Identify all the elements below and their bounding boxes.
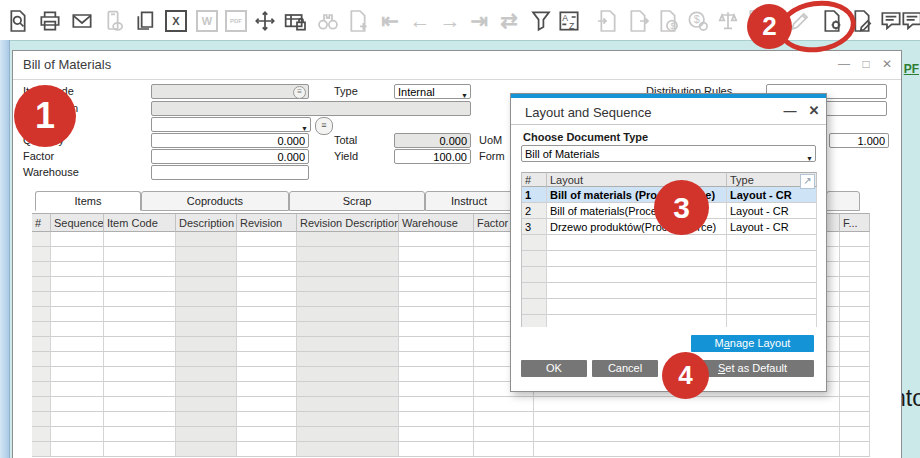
copy-icon[interactable] [132,8,158,34]
set-default-button[interactable]: Set as Default [691,360,814,377]
column-header: Item Code [104,213,176,232]
previous-record-icon[interactable]: ← [407,8,433,34]
item-code-field[interactable]: ≡ [151,84,309,99]
total-field: 0.000 [394,133,471,148]
filter-icon[interactable] [528,8,554,34]
dialog-accent-stripe [511,94,826,98]
tab-instruct[interactable]: Instruct [425,191,513,211]
find-preview-icon[interactable] [5,8,31,34]
payment-icon[interactable] [685,8,711,34]
column-header: Sequence [51,213,104,232]
table-row[interactable] [522,251,818,267]
description-field[interactable] [151,101,471,116]
last-record-icon[interactable]: ⇥ [466,8,492,34]
maximize-icon[interactable]: □ [858,56,874,72]
warehouse-label: Warehouse [23,165,79,180]
column-header: Description [176,213,237,232]
manage-layout-button[interactable]: Manage Layout [691,335,814,352]
sms-chat-icon[interactable] [100,8,126,34]
document-price-icon[interactable] [655,8,681,34]
document-in-icon[interactable] [595,8,621,34]
export-pdf-icon[interactable]: PDF [223,8,249,34]
type-label: Type [334,84,358,99]
uom-field[interactable]: 1.000 [829,133,889,148]
layout-and-sequence-dialog: Layout and Sequence — ✕ Choose Document … [510,93,827,392]
column-header: Revision Description [297,213,399,232]
column-header: # [522,172,547,187]
quantity-field[interactable]: 0.000 [151,133,309,148]
export-word-icon[interactable]: W [194,8,220,34]
tab-coproducts[interactable]: Coproducts [141,191,289,211]
factor-field[interactable]: 0.000 [151,149,309,164]
table-row[interactable] [32,442,870,457]
choose-from-list-icon[interactable]: ≡ [293,86,306,99]
first-record-icon[interactable]: ⇤ [377,8,403,34]
yield-label: Yield [334,149,358,164]
tab-scrap[interactable]: Scrap [289,191,425,211]
table-row[interactable] [32,397,870,412]
table-row[interactable] [522,283,818,299]
yield-field[interactable]: 100.00 [394,149,471,164]
column-header: # [32,213,51,232]
tab-items[interactable]: Items [35,191,141,211]
ok-button[interactable]: OK [521,360,587,377]
minimize-icon[interactable]: — [836,56,852,72]
column-header: Layout [547,172,727,187]
weighing-scale-icon[interactable] [715,8,741,34]
factor-label: Factor [23,149,54,164]
dialog-close-icon[interactable]: ✕ [807,103,821,118]
total-label: Total [334,133,357,148]
chat-partial-icon[interactable] [899,8,920,34]
column-header: F... [840,213,870,232]
refresh-icon[interactable]: ⇄ [496,8,522,34]
desktop-left-strip [0,40,10,458]
add-document-icon[interactable] [345,8,371,34]
revision-dropdown[interactable]: ▼ [151,117,311,132]
dialog-separator [511,124,826,125]
background-link[interactable]: PF [904,62,919,76]
cancel-button[interactable]: Cancel [592,360,658,377]
tab-stub[interactable] [826,191,860,211]
table-row[interactable] [522,315,818,327]
column-header: Warehouse [399,213,474,232]
dialog-minimize-icon[interactable]: — [783,103,797,118]
close-icon[interactable]: ✕ [879,56,895,72]
dialog-title: Layout and Sequence [525,105,652,120]
document-out-icon[interactable] [625,8,651,34]
move-pan-icon[interactable] [252,8,278,34]
column-header: Revision [237,213,297,232]
choose-document-type-label: Choose Document Type [523,131,648,143]
next-record-icon[interactable]: → [437,8,463,34]
title-separator [13,79,901,80]
warehouse-field[interactable] [151,165,309,180]
email-icon[interactable] [69,8,95,34]
table-row[interactable] [522,299,818,315]
step-2-badge: 2 [747,4,792,49]
step-1-badge: 1 [14,85,76,147]
sort-icon[interactable] [556,8,582,34]
step-4-badge: 4 [662,352,709,399]
document-type-dropdown[interactable]: Bill of Materials▼ [521,145,816,162]
type-dropdown[interactable]: Internal▼ [394,84,471,99]
window-title: Bill of Materials [23,57,111,72]
form-label: Form [479,149,505,164]
find-icon[interactable] [315,8,341,34]
table-row[interactable] [32,412,870,427]
chevron-down-icon: ▼ [806,150,813,167]
print-icon[interactable] [37,8,63,34]
table-row[interactable] [522,267,818,283]
lock-table-icon[interactable] [282,8,308,34]
uom-label: UoM [479,133,502,148]
step-3-badge: 3 [654,180,709,235]
export-excel-icon[interactable]: X [163,8,189,34]
table-row[interactable] [32,427,870,442]
expand-table-icon[interactable]: ↗ [800,174,815,189]
table-row[interactable] [522,235,818,251]
revision-list-button[interactable]: ≡ [315,117,333,135]
